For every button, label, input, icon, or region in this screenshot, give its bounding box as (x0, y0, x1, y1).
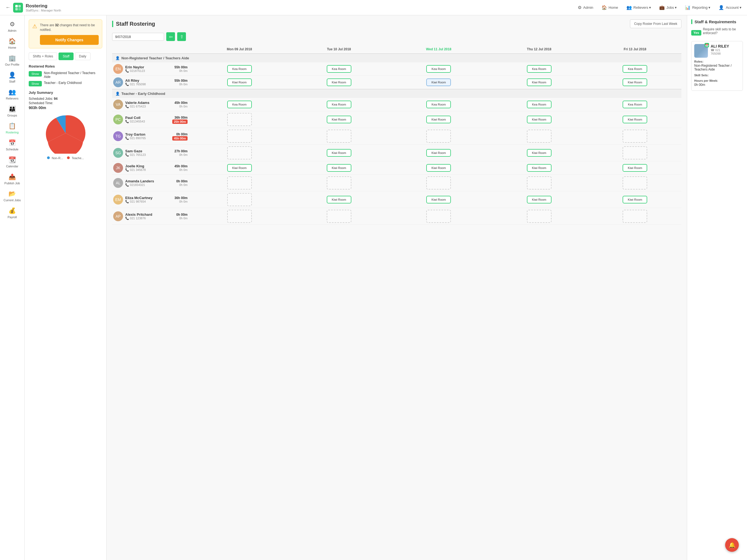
sidebar-item-payroll[interactable]: 💰 Payroll (0, 205, 24, 222)
room-button-s1-day2[interactable]: Kea Room (426, 65, 451, 73)
nav-admin[interactable]: ⚙ Admin (578, 5, 593, 10)
tab-daily[interactable]: Daily (75, 52, 91, 60)
sidebar-item-schedule[interactable]: 📅 Schedule (0, 137, 24, 154)
empty-slot-s5-day1[interactable] (327, 130, 351, 143)
staff-info-s7: JK Joelle King 📞 021 345678 (113, 163, 166, 173)
room-button-s3-day0[interactable]: Kea Room (227, 101, 252, 108)
room-button-s1-day3[interactable]: Kea Room (527, 65, 551, 73)
staff-row-s2: AR Ali Riley 📞 021 765098 55h 00m 0h 0mK… (112, 76, 681, 90)
room-button-s9-day2[interactable]: Kiwi Room (426, 196, 451, 203)
empty-slot-s4-day0[interactable] (227, 113, 252, 126)
room-button-s1-day1[interactable]: Kea Room (327, 65, 351, 73)
date-input[interactable] (112, 33, 164, 41)
room-button-s1-day0[interactable]: Kea Room (227, 65, 252, 73)
tab-shifts-roles[interactable]: Shifts + Roles (29, 52, 57, 60)
room-button-s9-day1[interactable]: Kiwi Room (327, 196, 351, 203)
notification-button[interactable]: 🔔 (725, 538, 739, 552)
room-button-s4-day4[interactable]: Kiwi Room (623, 116, 647, 123)
nav-home[interactable]: 🏠 Home (601, 5, 618, 10)
tab-staff[interactable]: Staff (58, 52, 73, 60)
prev-week-button[interactable]: ⇦ (166, 32, 175, 41)
empty-slot-s5-day4[interactable] (623, 130, 647, 143)
shift-cell-s3-day1: Kea Room (290, 98, 388, 111)
empty-slot-s5-day0[interactable] (227, 130, 252, 143)
room-button-s6-day2[interactable]: Kiwi Room (426, 149, 451, 157)
nav-jobs[interactable]: 💼 Jobs ▾ (659, 5, 677, 10)
sidebar-item-staff[interactable]: 👤 Staff (0, 69, 24, 86)
blue-label: Non-R... (52, 156, 63, 160)
empty-slot-s6-day0[interactable] (227, 146, 252, 159)
room-button-s7-day4[interactable]: Kiwi Room (623, 164, 647, 172)
nav-reporting[interactable]: 📊 Reporting ▾ (685, 5, 711, 10)
room-button-s3-day3[interactable]: Kea Room (527, 101, 551, 108)
copy-roster-button[interactable]: Copy Roster From Last Week (630, 19, 681, 28)
empty-slot-s9-day0[interactable] (227, 193, 252, 206)
sidebar-item-calendar[interactable]: 📆 Calendar (0, 154, 24, 171)
empty-slot-s5-day2[interactable] (426, 130, 451, 143)
hours-extra-s2: 0h 0m (168, 82, 187, 86)
nav-account[interactable]: 👤 Account ▾ (719, 5, 742, 10)
empty-slot-s10-day4[interactable] (623, 210, 647, 223)
show-role-1-button[interactable]: Show (29, 71, 42, 77)
sidebar-item-home[interactable]: 🏠 Home (0, 35, 24, 52)
room-button-s9-day3[interactable]: Kiwi Room (527, 196, 551, 203)
yes-badge[interactable]: Yes (691, 30, 701, 35)
notify-changes-button[interactable]: Notify Changes (40, 35, 99, 45)
hours-label: Hours per Week: (694, 79, 740, 82)
empty-slot-s10-day2[interactable] (426, 210, 451, 223)
empty-slot-s6-day4[interactable] (623, 146, 647, 159)
empty-slot-s10-day0[interactable] (227, 210, 252, 223)
notify-count: 32 (55, 23, 58, 27)
empty-slot-s8-day4[interactable] (623, 176, 647, 189)
sidebar-item-groups[interactable]: 👨‍👩‍👧 Groups (0, 103, 24, 120)
sidebar-item-rostering[interactable]: 📋 Rostering (0, 120, 24, 137)
red-dot (67, 156, 70, 159)
room-button-s3-day4[interactable]: Kea Room (623, 101, 647, 108)
room-button-s1-day4[interactable]: Kea Room (623, 65, 647, 73)
room-button-s6-day3[interactable]: Kiwi Room (527, 149, 551, 157)
empty-slot-s10-day3[interactable] (527, 210, 551, 223)
room-button-s4-day3[interactable]: Kiwi Room (527, 116, 551, 123)
sidebar-rostering-icon: 📋 (8, 123, 16, 130)
sidebar-item-publish[interactable]: 📤 Publish Job (0, 171, 24, 187)
empty-slot-s5-day3[interactable] (527, 130, 551, 143)
room-button-s4-day1[interactable]: Kiwi Room (327, 116, 351, 123)
shift-cell-s3-day2: Kea Room (388, 98, 490, 111)
empty-slot-s8-day3[interactable] (527, 176, 551, 189)
room-button-s2-day3[interactable]: Kiwi Room (527, 78, 551, 86)
sidebar-item-relievers[interactable]: 👥 Relievers (0, 86, 24, 103)
show-role-2-button[interactable]: Show (29, 81, 42, 86)
room-button-s7-day1[interactable]: Kiwi Room (327, 164, 351, 172)
nav-relievers[interactable]: 👥 Relievers ▾ (626, 5, 651, 10)
app-title: Rostering (26, 3, 61, 9)
staff-details-s7: Joelle King 📞 021 345678 (125, 164, 146, 172)
pie-chart-svg (45, 113, 86, 154)
room-button-s7-day0[interactable]: Kiwi Room (227, 164, 252, 172)
sidebar-item-admin[interactable]: ⚙ Admin (0, 18, 24, 35)
room-button-s7-day2[interactable]: Kiwi Room (426, 164, 451, 172)
hours-total-s9: 36h 00m (168, 196, 187, 200)
room-button-s4-day2[interactable]: Kiwi Room (426, 116, 451, 123)
room-button-s7-day3[interactable]: Kiwi Room (527, 164, 551, 172)
empty-slot-s8-day0[interactable] (227, 176, 252, 189)
room-button-s9-day4[interactable]: Kiwi Room (623, 196, 647, 203)
sidebar-publish-label: Publish Job (4, 182, 20, 185)
room-button-s2-day2[interactable]: Kiwi Room (426, 78, 451, 86)
back-button[interactable]: ← (5, 5, 10, 10)
room-button-s3-day2[interactable]: Kea Room (426, 101, 451, 108)
room-button-s6-day1[interactable]: Kiwi Room (327, 149, 351, 157)
shift-cell-s1-day1: Kea Room (290, 62, 388, 76)
sidebar-item-profile[interactable]: 🏢 Our Profile (0, 52, 24, 69)
empty-slot-s8-day1[interactable] (327, 176, 351, 189)
room-button-s2-day1[interactable]: Kiwi Room (327, 78, 351, 86)
shift-cell-s2-day2: Kiwi Room (388, 76, 490, 90)
room-button-s3-day1[interactable]: Kea Room (327, 101, 351, 108)
next-week-button[interactable]: ⇧ (177, 32, 186, 41)
room-button-s2-day0[interactable]: Kiwi Room (227, 78, 252, 86)
empty-slot-s10-day1[interactable] (327, 210, 351, 223)
room-button-s2-day4[interactable]: Kiwi Room (623, 78, 647, 86)
scheduled-jobs-label: Scheduled Jobs: (29, 97, 53, 101)
empty-slot-s8-day2[interactable] (426, 176, 451, 189)
staff-info-s6: SG Sam Gaze 📞 021 765123 (113, 148, 166, 158)
sidebar-item-current[interactable]: 📂 Current Jobs (0, 187, 24, 205)
